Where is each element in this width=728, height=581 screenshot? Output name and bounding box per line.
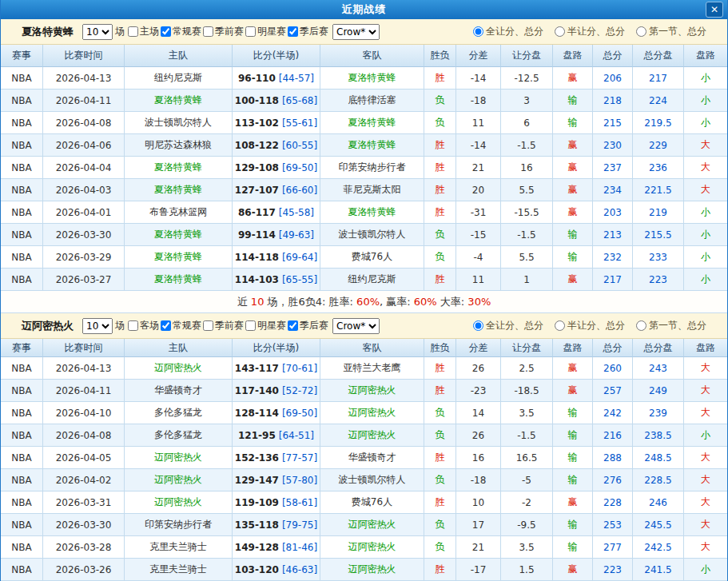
summary-segment: 10 <box>251 296 265 308</box>
checkbox-input[interactable] <box>128 26 138 37</box>
source-select[interactable]: Crow* <box>332 24 380 40</box>
checkbox-label: 季后赛 <box>300 25 328 38</box>
stat-mode-radio-option[interactable]: 半让分、总分 <box>555 319 625 332</box>
close-icon[interactable]: ✕ <box>706 2 723 18</box>
cell-handicap-line: -2 <box>501 491 553 514</box>
cell-handicap-result: 赢 <box>553 134 593 157</box>
radio-input[interactable] <box>555 320 565 331</box>
cell-score: 128-114[69-50] <box>233 402 320 424</box>
filter-checkbox[interactable]: 常规赛 <box>161 25 201 38</box>
filter-checkbox[interactable]: 季前赛 <box>203 25 244 38</box>
cell-away-team: 迈阿密热火 <box>320 559 424 581</box>
cell-handicap-line: -1.5 <box>501 424 553 447</box>
cell-total-points: 242 <box>593 402 633 424</box>
games-count-select[interactable]: 10 <box>82 318 113 334</box>
window-titlebar: 近期战绩 ✕ <box>1 0 727 19</box>
column-header: 分差 <box>456 45 501 67</box>
summary-segment: 60% <box>356 296 380 308</box>
cell-point-diff: -17 <box>456 559 501 581</box>
checkbox-label: 季前赛 <box>215 319 244 332</box>
radio-input[interactable] <box>636 26 646 37</box>
table-row: NBA2026-04-02迈阿密热火129-147[57-80]波士顿凯尔特人负… <box>1 469 727 491</box>
cell-point-diff: 10 <box>456 491 501 514</box>
cell-home-team: 夏洛特黄蜂 <box>125 179 233 201</box>
cell-handicap-result: 赢 <box>553 179 593 201</box>
games-count-suffix: 场 <box>115 25 125 38</box>
cell-over-under: 小 <box>684 112 727 134</box>
cell-home-team: 印第安纳步行者 <box>125 514 233 536</box>
checkbox-label: 常规赛 <box>173 25 201 38</box>
source-select[interactable]: Crow* <box>332 318 380 334</box>
stat-mode-radio-option[interactable]: 第一节、总分 <box>636 319 706 332</box>
window-title: 近期战绩 <box>342 2 387 17</box>
cell-over-under: 小 <box>684 90 727 112</box>
cell-league: NBA <box>1 357 43 380</box>
cell-total-points: 253 <box>593 514 633 536</box>
checkbox-input[interactable] <box>203 26 213 37</box>
filter-checkbox[interactable]: 季后赛 <box>288 25 328 38</box>
checkbox-input[interactable] <box>161 26 171 37</box>
filter-checkbox[interactable]: 季后赛 <box>288 319 328 332</box>
checkbox-input[interactable] <box>128 320 138 331</box>
cell-point-diff: -18 <box>456 90 501 112</box>
team-name: 夏洛特黄蜂 <box>22 25 74 39</box>
filter-checkbox[interactable]: 客场 <box>128 319 159 332</box>
table-row: NBA2026-04-04夏洛特黄蜂129-108[69-50]印第安纳步行者胜… <box>1 157 727 179</box>
radio-input[interactable] <box>473 320 483 331</box>
checkbox-input[interactable] <box>203 320 213 331</box>
cell-result: 胜 <box>424 201 456 224</box>
cell-point-diff: 20 <box>456 179 501 201</box>
column-header: 比分(半场) <box>233 45 320 67</box>
checkbox-input[interactable] <box>288 26 298 37</box>
cell-handicap-result: 输 <box>553 424 593 447</box>
cell-result: 胜 <box>424 447 456 469</box>
radio-input[interactable] <box>555 26 565 37</box>
cell-handicap-result: 输 <box>553 536 593 559</box>
cell-date: 2026-04-08 <box>43 112 125 134</box>
cell-point-diff: -14 <box>456 67 501 90</box>
summary-segment: , 赢率: <box>380 295 414 309</box>
full-score: 114-118 <box>235 252 279 263</box>
column-header: 赛事 <box>1 45 43 67</box>
filter-checkbox[interactable]: 明星赛 <box>245 319 286 332</box>
table-row: NBA2026-04-11夏洛特黄蜂100-118[65-68]底特律活塞负-1… <box>1 90 727 112</box>
cell-over-under: 大 <box>684 491 727 514</box>
cell-over-under: 小 <box>684 559 727 581</box>
radio-input[interactable] <box>636 320 646 331</box>
cell-league: NBA <box>1 269 43 291</box>
table-row: NBA2026-03-30印第安纳步行者135-118[79-75]迈阿密热火负… <box>1 514 727 536</box>
stat-mode-radio-option[interactable]: 全让分、总分 <box>473 319 543 332</box>
games-count-select[interactable]: 10 <box>82 24 113 40</box>
column-header: 让分盘 <box>501 45 553 67</box>
half-score: [70-61] <box>282 363 317 374</box>
cell-handicap-line: 16 <box>501 157 553 179</box>
full-score: 119-109 <box>235 497 279 508</box>
checkbox-input[interactable] <box>161 320 171 331</box>
full-score: 117-140 <box>235 385 279 396</box>
cell-handicap-result: 输 <box>553 469 593 491</box>
half-score: [52-72] <box>282 385 317 396</box>
cell-date: 2026-03-31 <box>43 491 125 514</box>
cell-total-points: 276 <box>593 469 633 491</box>
stat-mode-radio-option[interactable]: 半让分、总分 <box>555 25 625 38</box>
stat-mode-radio-option[interactable]: 全让分、总分 <box>473 25 543 38</box>
checkbox-input[interactable] <box>245 320 256 331</box>
cell-score: 129-108[69-50] <box>233 157 320 179</box>
filter-checkbox[interactable]: 主场 <box>128 25 159 38</box>
filter-checkbox[interactable]: 常规赛 <box>161 319 201 332</box>
radio-input[interactable] <box>473 26 483 37</box>
filter-checkbox[interactable]: 季前赛 <box>203 319 244 332</box>
cell-date: 2026-04-08 <box>43 424 125 447</box>
checkbox-input[interactable] <box>288 320 298 331</box>
radio-label: 半让分、总分 <box>567 319 625 332</box>
filter-checkbox[interactable]: 明星赛 <box>245 25 286 38</box>
cell-over-under: 小 <box>684 201 727 224</box>
stat-mode-radio-option[interactable]: 第一节、总分 <box>636 25 706 38</box>
cell-handicap-result: 赢 <box>553 491 593 514</box>
cell-total-points: 218 <box>593 90 633 112</box>
half-score: [69-50] <box>282 162 317 173</box>
cell-home-team: 波士顿凯尔特人 <box>125 112 233 134</box>
checkbox-input[interactable] <box>245 26 256 37</box>
column-header: 分差 <box>456 339 501 357</box>
half-score: [64-51] <box>279 430 314 441</box>
